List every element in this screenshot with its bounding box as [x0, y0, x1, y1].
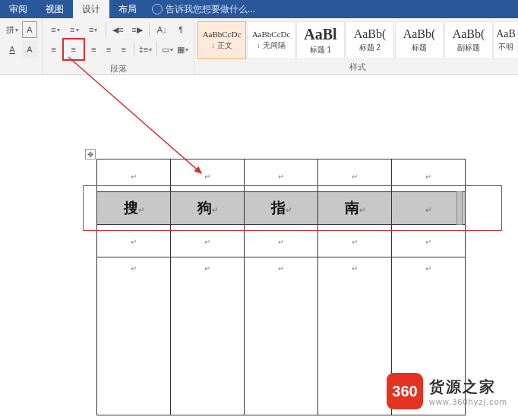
- badge-url: www.360hyzj.com: [429, 397, 507, 406]
- badge-logo: 360: [387, 373, 423, 409]
- ribbon-group-paragraph: ≡▾ ≡▾ ≡▾ ◀≡ ≡▶ A↓ ¶ ≡ ≡ ≡ ≡ ≡ ‡≡▾ ▭▾ ▦▾ …: [43, 18, 194, 74]
- tab-view[interactable]: 视图: [36, 0, 73, 18]
- align-center-button[interactable]: ≡: [65, 41, 82, 58]
- style-heading1[interactable]: AaBl 标题 1: [296, 21, 345, 59]
- ribbon: 拼▾ A A A ≡▾ ≡▾ ≡▾ ◀≡ ≡▶ A↓ ¶ ≡ ≡ ≡ ≡: [0, 18, 518, 75]
- increase-indent-button[interactable]: ≡▶: [128, 21, 145, 38]
- style-more[interactable]: AaB 不明: [494, 21, 517, 59]
- sort-button[interactable]: A↓: [153, 21, 170, 38]
- align-left-button[interactable]: ≡: [47, 41, 60, 58]
- justify-button[interactable]: ≡: [103, 41, 115, 58]
- tab-design[interactable]: 设计: [73, 0, 109, 18]
- lightbulb-icon: [152, 4, 163, 14]
- table-row: ↵ ↵ ↵ ↵ ↵: [97, 225, 466, 257]
- shading-button[interactable]: ▭▾: [161, 41, 174, 58]
- tab-review[interactable]: 审阅: [0, 0, 36, 18]
- styles-group-label: 样式: [197, 59, 518, 75]
- table-move-handle[interactable]: ✥: [85, 149, 96, 159]
- watermark-badge: 360 货源之家 www.360hyzj.com: [387, 373, 507, 409]
- row-selection-handle[interactable]: [456, 191, 463, 225]
- style-normal[interactable]: AaBbCcDc ↓ 正文: [197, 21, 246, 59]
- character-border-button[interactable]: A: [22, 21, 37, 38]
- table-row: ↵ ↵ ↵ ↵ ↵: [97, 159, 466, 192]
- tell-me-search[interactable]: 告诉我您想要做什么...: [146, 3, 255, 16]
- paragraph-mark-icon: ↵: [131, 172, 137, 181]
- tell-me-text: 告诉我您想要做什么...: [166, 3, 255, 16]
- phonetic-guide-button[interactable]: 拼▾: [5, 21, 20, 38]
- style-no-spacing[interactable]: AaBbCcDc ↓ 无间隔: [247, 21, 295, 59]
- numbering-button[interactable]: ≡▾: [66, 21, 83, 38]
- ribbon-group-styles: AaBbCcDc ↓ 正文 AaBbCcDc ↓ 无间隔 AaBl 标题 1 A…: [194, 18, 518, 74]
- distributed-button[interactable]: ≡: [117, 41, 130, 58]
- ribbon-group-font-fragment: 拼▾ A A A: [0, 18, 43, 74]
- table-row: 搜↵ 狗↵ 指↵ 南↵ ↵: [97, 192, 466, 225]
- borders-button[interactable]: ▦▾: [176, 41, 189, 58]
- multilevel-list-button[interactable]: ≡▾: [85, 21, 102, 38]
- styles-gallery[interactable]: AaBbCcDc ↓ 正文 AaBbCcDc ↓ 无间隔 AaBl 标题 1 A…: [197, 21, 518, 59]
- document-area[interactable]: ✥ ↵ ↵ ↵ ↵ ↵ 搜↵ 狗↵ 指↵ 南↵ ↵ ↵ ↵ ↵ ↵ ↵: [0, 88, 518, 420]
- style-title[interactable]: AaBb( 标题: [395, 21, 444, 59]
- font-color-button[interactable]: A: [5, 41, 20, 58]
- line-spacing-button[interactable]: ‡≡▾: [138, 41, 153, 58]
- decrease-indent-button[interactable]: ◀≡: [110, 21, 127, 38]
- tab-layout[interactable]: 布局: [109, 0, 146, 18]
- center-button-highlight: ≡: [62, 38, 85, 61]
- bullets-button[interactable]: ≡▾: [47, 21, 64, 38]
- paragraph-group-label: 段落: [47, 61, 189, 77]
- style-heading2[interactable]: AaBb( 标题 2: [346, 21, 394, 59]
- badge-title: 货源之家: [429, 377, 507, 397]
- style-subtitle[interactable]: AaBb( 副标题: [444, 21, 493, 59]
- align-right-button[interactable]: ≡: [87, 41, 100, 58]
- show-marks-button[interactable]: ¶: [172, 21, 189, 38]
- title-tab-bar: 审阅 视图 设计 布局 告诉我您想要做什么...: [0, 0, 518, 18]
- char-shading-button[interactable]: A: [22, 41, 37, 58]
